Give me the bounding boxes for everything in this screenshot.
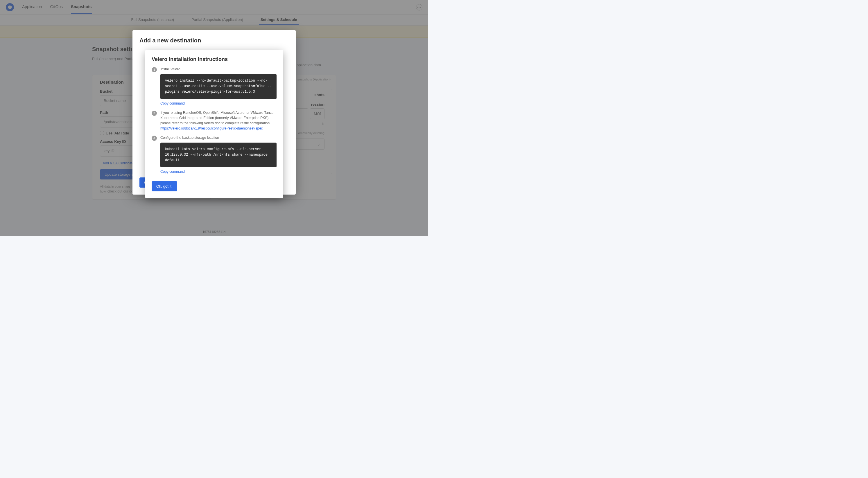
step-1-code: velero install --no-default-backup-locat… xyxy=(160,74,277,99)
step-1-label: Install Velero xyxy=(160,66,277,72)
step-3-badge: 3 xyxy=(152,136,157,141)
velero-instructions-modal: Velero installation instructions 1 Insta… xyxy=(145,50,283,198)
copy-command-1[interactable]: Copy command xyxy=(160,101,185,106)
step-1: 1 Install Velero velero install --no-def… xyxy=(152,66,277,106)
copy-command-2[interactable]: Copy command xyxy=(160,169,185,174)
step-2-text: If you're using RancherOS, OpenShift, Mi… xyxy=(160,110,274,125)
step-3-code: kubectl kots velero configure-nfs --nfs-… xyxy=(160,142,277,167)
step-3-label: Configure the backup storage location xyxy=(160,135,277,140)
velero-ok-button[interactable]: Ok, got it! xyxy=(152,181,177,191)
velero-instructions-title: Velero installation instructions xyxy=(152,56,277,62)
step-1-badge: 1 xyxy=(152,67,157,72)
add-destination-title: Add a new destination xyxy=(140,37,289,44)
step-2-badge: 2 xyxy=(152,110,157,116)
velero-doc-link[interactable]: https://velero.io/docs/v1.9/restic/#conf… xyxy=(160,126,263,130)
step-2: 2 If you're using RancherOS, OpenShift, … xyxy=(152,110,277,131)
step-3: 3 Configure the backup storage location … xyxy=(152,135,277,174)
